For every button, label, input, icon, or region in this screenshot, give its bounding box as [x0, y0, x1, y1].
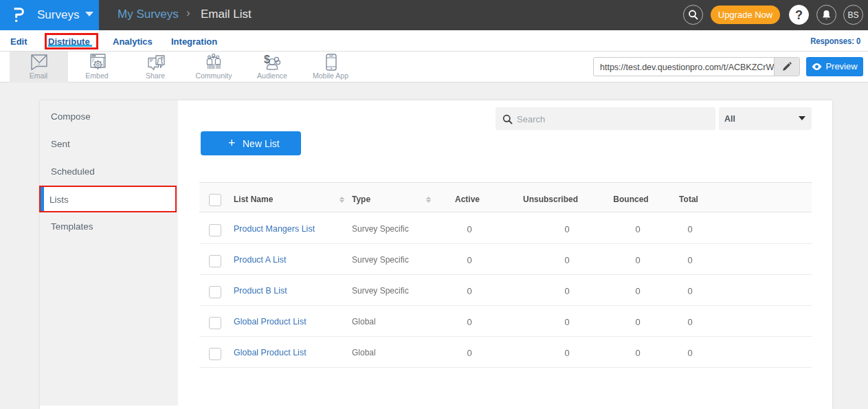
svg-text:$: $ [264, 54, 270, 65]
